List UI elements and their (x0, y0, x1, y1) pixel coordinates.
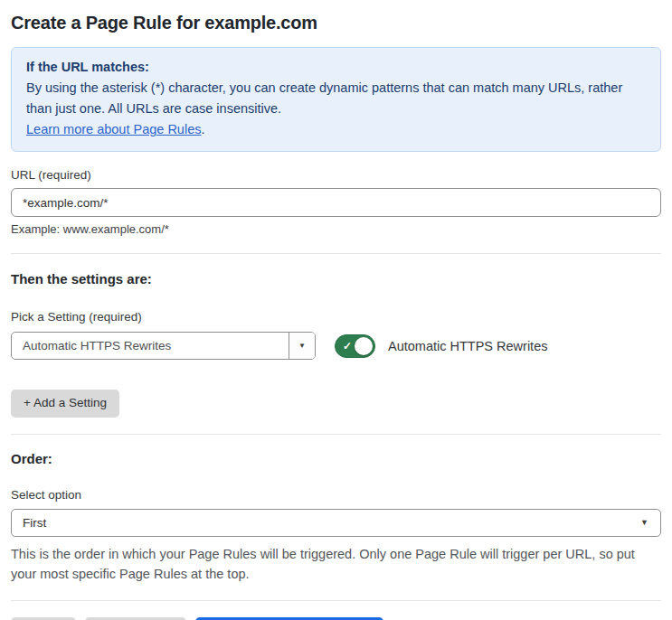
add-setting-button[interactable]: + Add a Setting (11, 390, 119, 418)
settings-section-heading: Then the settings are: (11, 270, 661, 287)
info-box-body: By using the asterisk (*) character, you… (26, 78, 646, 119)
cancel-button[interactable]: Cancel (11, 617, 76, 620)
action-bar: Cancel Save as Draft Save and Deploy Pag… (11, 617, 661, 620)
info-box-link-line: Learn more about Page Rules. (26, 119, 646, 140)
url-field-label: URL (required) (11, 167, 661, 183)
setting-row: Automatic HTTPS Rewrites ▼ ✓ Automatic H… (11, 332, 661, 360)
chevron-down-icon: ▼ (640, 518, 648, 527)
setting-dropdown-value: Automatic HTTPS Rewrites (12, 333, 289, 359)
setting-dropdown[interactable]: Automatic HTTPS Rewrites ▼ (11, 332, 316, 360)
pick-setting-label: Pick a Setting (required) (11, 309, 661, 325)
save-and-deploy-button[interactable]: Save and Deploy Page Rule (195, 617, 383, 620)
divider (11, 600, 661, 601)
setting-toggle[interactable]: ✓ (335, 334, 375, 358)
order-select-value: First (23, 516, 46, 530)
chevron-down-icon[interactable]: ▼ (289, 333, 315, 359)
order-hint: This is the order in which your Page Rul… (11, 544, 661, 584)
page-title: Create a Page Rule for example.com (11, 13, 661, 33)
order-select[interactable]: First ▼ (11, 509, 661, 537)
divider (11, 434, 661, 435)
learn-more-link[interactable]: Learn more about Page Rules (26, 122, 201, 136)
toggle-knob (355, 337, 373, 355)
create-page-rule-form: Create a Page Rule for example.com If th… (0, 13, 672, 620)
save-as-draft-button[interactable]: Save as Draft (85, 617, 187, 620)
info-box-title: If the URL matches: (26, 57, 646, 78)
order-section-heading: Order: (11, 450, 661, 467)
divider (11, 253, 661, 254)
url-field-hint: Example: www.example.com/* (11, 221, 661, 237)
check-icon: ✓ (343, 340, 352, 351)
order-select-label: Select option (11, 487, 661, 503)
url-match-info-box: If the URL matches: By using the asteris… (11, 47, 661, 152)
link-suffix: . (201, 122, 204, 136)
url-input[interactable] (11, 188, 661, 217)
setting-toggle-label: Automatic HTTPS Rewrites (388, 339, 547, 353)
